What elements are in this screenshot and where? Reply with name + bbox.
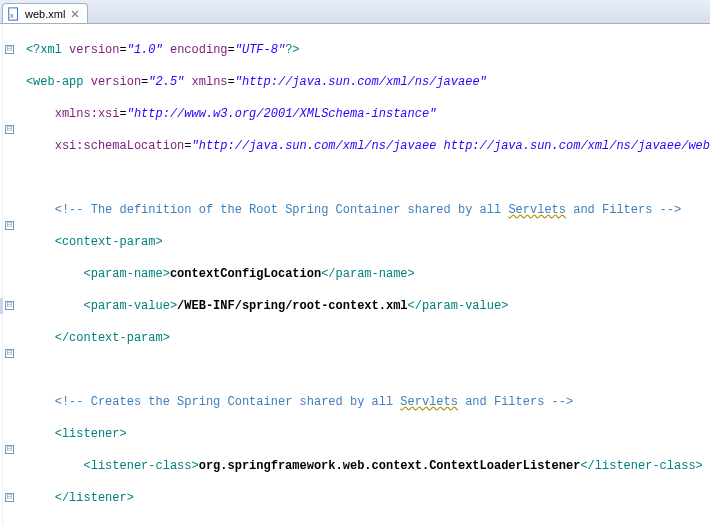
svg-text:X: X xyxy=(10,11,14,18)
xml-file-icon: X xyxy=(7,7,21,21)
tab-label: web.xml xyxy=(25,8,65,20)
code-content[interactable]: <?xml version="1.0" encoding="UTF-8"?> <… xyxy=(6,24,710,525)
tab-bar: X web.xml xyxy=(0,0,710,24)
close-icon[interactable] xyxy=(69,8,81,20)
editor-area[interactable]: ⊟⊟⊟⊟⊟⊟⊟ <?xml version="1.0" encoding="UT… xyxy=(0,24,710,525)
tab-webxml[interactable]: X web.xml xyxy=(2,3,88,23)
